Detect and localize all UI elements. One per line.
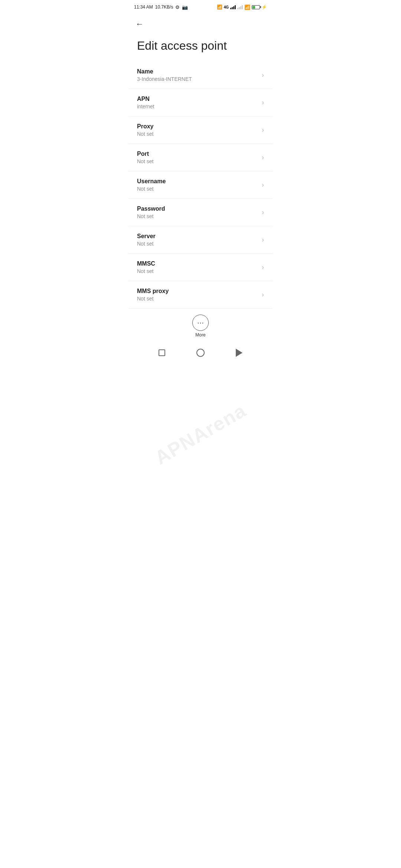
settings-icon: ⚙ — [175, 4, 180, 10]
settings-item-content-proxy: ProxyNot set — [137, 123, 153, 137]
settings-item-content-password: PasswordNot set — [137, 206, 165, 219]
settings-item-label-port: Port — [137, 151, 153, 157]
settings-item-mmsc[interactable]: MMSCNot set› — [128, 254, 273, 281]
time: 11:34 AM — [134, 4, 153, 10]
settings-item-label-proxy: Proxy — [137, 123, 153, 130]
settings-item-content-mms-proxy: MMS proxyNot set — [137, 288, 169, 302]
settings-item-value-port: Not set — [137, 158, 153, 164]
more-button[interactable]: ⋯ — [192, 315, 209, 331]
settings-item-content-apn: APNinternet — [137, 96, 154, 109]
navigation-bar — [128, 343, 273, 364]
chevron-icon-server: › — [262, 236, 264, 244]
camera-icon: 📷 — [182, 4, 188, 10]
charging-icon: ⚡ — [261, 4, 267, 10]
top-bar: ← — [128, 13, 273, 33]
status-right: 📶 4G 📶 ⚡ — [217, 4, 267, 10]
settings-item-label-password: Password — [137, 206, 165, 212]
chevron-icon-apn: › — [262, 99, 264, 106]
nav-home-button[interactable] — [193, 346, 208, 359]
settings-item-name[interactable]: Name3-Indonesia-INTERNET› — [128, 62, 273, 89]
nav-back-button[interactable] — [232, 346, 246, 359]
settings-item-content-port: PortNot set — [137, 151, 153, 164]
back-button[interactable]: ← — [134, 18, 145, 30]
settings-item-proxy[interactable]: ProxyNot set› — [128, 116, 273, 144]
settings-item-value-apn: internet — [137, 103, 154, 109]
status-bar: 11:34 AM 10.7KB/s ⚙ 📷 📶 4G 📶 ⚡ — [128, 0, 273, 13]
settings-item-value-name: 3-Indonesia-INTERNET — [137, 76, 192, 82]
nav-recent-button[interactable] — [155, 347, 169, 358]
signal-bars-1 — [230, 5, 236, 9]
chevron-icon-mms-proxy: › — [262, 291, 264, 299]
home-icon — [196, 349, 205, 357]
status-left: 11:34 AM 10.7KB/s ⚙ 📷 — [134, 4, 188, 10]
settings-item-label-mms-proxy: MMS proxy — [137, 288, 169, 295]
settings-item-label-server: Server — [137, 233, 156, 240]
battery-indicator — [252, 5, 260, 9]
wifi-icon: 📶 — [244, 4, 250, 10]
settings-item-value-username: Not set — [137, 186, 166, 192]
settings-item-label-username: Username — [137, 178, 166, 185]
chevron-icon-name: › — [262, 71, 264, 79]
settings-list: Name3-Indonesia-INTERNET›APNinternet›Pro… — [128, 62, 273, 309]
bluetooth-icon: 📶 — [217, 4, 222, 10]
chevron-icon-password: › — [262, 208, 264, 216]
more-dots-icon: ⋯ — [197, 319, 204, 327]
back-arrow-icon: ← — [136, 19, 144, 29]
page-title: Edit access point — [128, 33, 273, 62]
settings-item-value-server: Not set — [137, 241, 156, 247]
settings-item-value-mmsc: Not set — [137, 268, 155, 274]
signal-4g-icon: 4G — [224, 5, 229, 9]
settings-item-apn[interactable]: APNinternet› — [128, 89, 273, 116]
settings-item-content-username: UsernameNot set — [137, 178, 166, 192]
network-speed: 10.7KB/s — [155, 4, 173, 10]
settings-item-port[interactable]: PortNot set› — [128, 144, 273, 171]
signal-bars-2 — [237, 5, 243, 9]
more-label: More — [195, 332, 205, 338]
settings-item-username[interactable]: UsernameNot set› — [128, 171, 273, 199]
chevron-icon-mmsc: › — [262, 263, 264, 271]
more-section: ⋯ More — [128, 309, 273, 341]
settings-item-mms-proxy[interactable]: MMS proxyNot set› — [128, 281, 273, 309]
settings-item-server[interactable]: ServerNot set› — [128, 226, 273, 254]
settings-item-label-mmsc: MMSC — [137, 260, 155, 267]
settings-item-content-server: ServerNot set — [137, 233, 156, 247]
settings-item-value-password: Not set — [137, 213, 165, 219]
settings-item-label-name: Name — [137, 68, 192, 75]
chevron-icon-port: › — [262, 154, 264, 161]
settings-item-password[interactable]: PasswordNot set› — [128, 199, 273, 226]
settings-item-content-mmsc: MMSCNot set — [137, 260, 155, 274]
recent-apps-icon — [159, 349, 165, 356]
back-nav-icon — [236, 349, 242, 357]
settings-item-value-mms-proxy: Not set — [137, 296, 169, 302]
chevron-icon-proxy: › — [262, 126, 264, 134]
settings-item-content-name: Name3-Indonesia-INTERNET — [137, 68, 192, 82]
chevron-icon-username: › — [262, 181, 264, 189]
settings-item-label-apn: APN — [137, 96, 154, 102]
settings-item-value-proxy: Not set — [137, 131, 153, 137]
